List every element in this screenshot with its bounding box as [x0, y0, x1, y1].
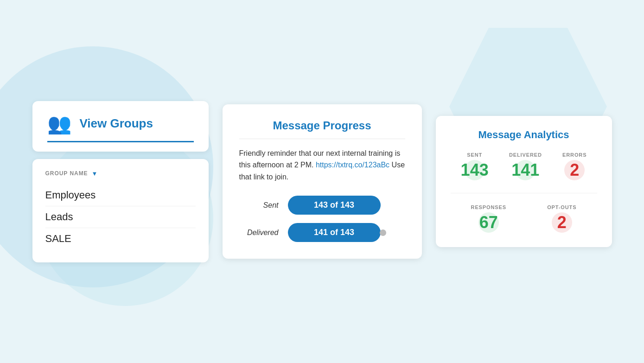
list-item-sale[interactable]: SALE	[45, 228, 196, 249]
analytics-responses-cell: RESPONSES 67	[471, 204, 506, 232]
left-column: 👥 View Groups GROUP NAME ▼ Employees Lea…	[32, 101, 209, 262]
delivered-col-label: DELIVERED	[509, 152, 542, 158]
errors-value: 2	[562, 160, 587, 180]
delivered-label: Delivered	[239, 229, 279, 237]
sent-col-label: SENT	[461, 152, 489, 158]
view-groups-card[interactable]: 👥 View Groups	[32, 101, 209, 152]
analytics-optouts-cell: OPT-OUTS 2	[547, 204, 576, 232]
analytics-card: Message Analytics SENT 143 DELIVERED 141	[436, 116, 612, 247]
sort-dropdown-icon[interactable]: ▼	[92, 170, 98, 177]
group-name-column-label: GROUP NAME	[45, 170, 88, 177]
analytics-divider	[451, 193, 597, 193]
main-layout: 👥 View Groups GROUP NAME ▼ Employees Lea…	[0, 0, 644, 363]
optouts-col-label: OPT-OUTS	[547, 204, 576, 210]
analytics-sent-cell: SENT 143	[461, 152, 489, 180]
analytics-top-row: SENT 143 DELIVERED 141 ERR	[451, 152, 597, 180]
groups-icon: 👥	[47, 114, 71, 134]
progress-rows: Sent 143 of 143 Delivered 141 of 143	[239, 196, 405, 242]
responses-value: 67	[471, 213, 506, 232]
view-groups-inner: 👥 View Groups	[47, 114, 194, 142]
groups-list-card: GROUP NAME ▼ Employees Leads SALE	[32, 159, 209, 262]
list-item-leads[interactable]: Leads	[45, 206, 196, 228]
analytics-errors-cell: ERRORS 2	[562, 152, 587, 180]
analytics-delivered-cell: DELIVERED 141	[509, 152, 542, 180]
delivered-row: Delivered 141 of 143	[239, 223, 405, 242]
errors-col-label: ERRORS	[562, 152, 587, 158]
delivered-pill: 141 of 143	[288, 223, 381, 242]
responses-col-label: RESPONSES	[471, 204, 506, 210]
group-name-header: GROUP NAME ▼	[45, 170, 196, 177]
optouts-value: 2	[547, 213, 576, 232]
message-progress-card: Message Progress Friendly reminder that …	[223, 104, 422, 259]
sent-row: Sent 143 of 143	[239, 196, 405, 215]
list-item-employees[interactable]: Employees	[45, 185, 196, 206]
sent-pill: 143 of 143	[288, 196, 381, 215]
message-body-text: Friendly reminder that our next internal…	[239, 147, 405, 183]
view-groups-label: View Groups	[80, 116, 153, 131]
analytics-bottom-row: RESPONSES 67 OPT-OUTS 2	[451, 204, 597, 232]
sent-label: Sent	[239, 201, 279, 210]
message-link[interactable]: https://txtrq.co/123aBc	[316, 161, 389, 169]
analytics-title: Message Analytics	[451, 129, 597, 141]
delivered-value: 141	[509, 160, 542, 180]
message-progress-title: Message Progress	[239, 119, 405, 139]
sent-value: 143	[461, 160, 489, 180]
